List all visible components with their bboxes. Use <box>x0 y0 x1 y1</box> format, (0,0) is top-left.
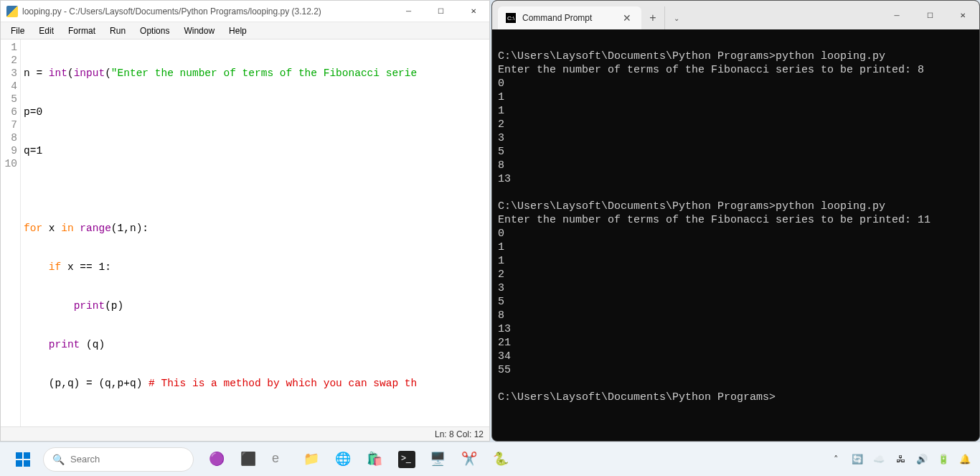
task-view-icon[interactable]: ⬛ <box>234 445 264 474</box>
menu-window[interactable]: Window <box>176 24 222 37</box>
close-button[interactable]: ✕ <box>946 1 979 29</box>
line-number: 8 <box>1 131 17 144</box>
menu-file[interactable]: File <box>4 24 32 37</box>
new-tab-button[interactable]: + <box>641 6 664 29</box>
cmd-titlebar[interactable]: C:\ Command Prompt ✕ + ⌄ ─ ☐ ✕ <box>492 1 979 29</box>
idle-taskbar-icon[interactable]: 🐍 <box>486 445 517 474</box>
microsoft-store-icon[interactable]: 🛍️ <box>360 445 390 474</box>
taskbar: 🔍 Search 🟣 ⬛ e 📁 🌐 🛍️ >_ 🖥️ ✂️ 🐍 ˄ 🔄 ☁️ … <box>0 442 980 476</box>
cursor-position: Ln: 8 Col: 12 <box>435 429 484 439</box>
idle-title: looping.py - C:/Users/Laysoft/Documents/… <box>22 6 392 17</box>
line-number: 10 <box>1 157 17 170</box>
system-tray: ˄ 🔄 ☁️ 🖧 🔊 🔋 🔔 <box>829 453 971 466</box>
line-number-gutter: 1 2 3 4 5 6 7 8 9 10 <box>1 39 21 426</box>
close-button[interactable]: ✕ <box>457 1 489 22</box>
cmd-tab[interactable]: C:\ Command Prompt ✕ <box>498 6 641 29</box>
windows-logo-icon <box>16 452 30 467</box>
code-editor[interactable]: n = int(input("Enter the number of terms… <box>21 39 489 426</box>
menu-format[interactable]: Format <box>61 24 103 37</box>
command-prompt-window: C:\ Command Prompt ✕ + ⌄ ─ ☐ ✕ C:\Users\… <box>491 0 980 442</box>
menu-run[interactable]: Run <box>103 24 133 37</box>
onedrive-icon[interactable]: ☁️ <box>872 453 885 466</box>
line-number: 2 <box>1 54 17 67</box>
sync-icon[interactable]: 🔄 <box>851 453 864 466</box>
volume-icon[interactable]: 🔊 <box>915 453 928 466</box>
menu-help[interactable]: Help <box>222 24 254 37</box>
minimize-button[interactable]: ─ <box>880 1 913 29</box>
idle-menubar: File Edit Format Run Options Window Help <box>1 22 489 39</box>
line-number: 5 <box>1 93 17 106</box>
idle-body: 1 2 3 4 5 6 7 8 9 10 n = int(input("Ente… <box>1 39 489 426</box>
cmd-tab-close-button[interactable]: ✕ <box>620 12 634 24</box>
line-number: 6 <box>1 106 17 118</box>
edge-icon[interactable]: 🌐 <box>329 445 359 474</box>
line-number: 7 <box>1 118 17 131</box>
maximize-button[interactable]: ☐ <box>913 1 946 29</box>
terminal-output[interactable]: C:\Users\Laysoft\Documents\Python Progra… <box>492 29 979 441</box>
minimize-button[interactable]: ─ <box>392 1 425 22</box>
cmd-icon: C:\ <box>505 12 517 24</box>
line-number: 1 <box>1 41 17 54</box>
search-icon: 🔍 <box>52 454 65 465</box>
search-placeholder: Search <box>70 454 100 465</box>
maximize-button[interactable]: ☐ <box>425 1 457 22</box>
python-icon <box>6 6 18 17</box>
battery-icon[interactable]: 🔋 <box>937 453 950 466</box>
idle-statusbar: Ln: 8 Col: 12 <box>1 426 489 441</box>
terminal-icon[interactable]: >_ <box>392 445 422 474</box>
file-explorer-icon[interactable]: 📁 <box>297 445 327 474</box>
tab-dropdown-button[interactable]: ⌄ <box>664 6 687 29</box>
copilot-icon[interactable]: 🟣 <box>202 445 232 474</box>
taskbar-search[interactable]: 🔍 Search <box>43 447 194 472</box>
menu-options[interactable]: Options <box>133 24 176 37</box>
idle-titlebar[interactable]: looping.py - C:/Users/Laysoft/Documents/… <box>1 1 489 22</box>
start-button[interactable] <box>9 445 37 474</box>
network-icon[interactable]: 🖧 <box>894 453 907 466</box>
edge-legacy-icon[interactable]: e <box>265 445 296 474</box>
menu-edit[interactable]: Edit <box>32 24 61 37</box>
tray-chevron-icon[interactable]: ˄ <box>829 453 842 466</box>
snipping-tool-icon[interactable]: ✂️ <box>455 445 485 474</box>
line-number: 3 <box>1 67 17 80</box>
idle-editor-window: looping.py - C:/Users/Laysoft/Documents/… <box>0 0 490 442</box>
notifications-icon[interactable]: 🔔 <box>958 453 971 466</box>
line-number: 4 <box>1 80 17 93</box>
taskbar-apps: 🟣 ⬛ e 📁 🌐 🛍️ >_ 🖥️ ✂️ 🐍 <box>202 445 517 474</box>
screen-recorder-icon[interactable]: 🖥️ <box>423 445 453 474</box>
line-number: 9 <box>1 144 17 157</box>
cmd-tab-title: Command Prompt <box>522 13 614 23</box>
